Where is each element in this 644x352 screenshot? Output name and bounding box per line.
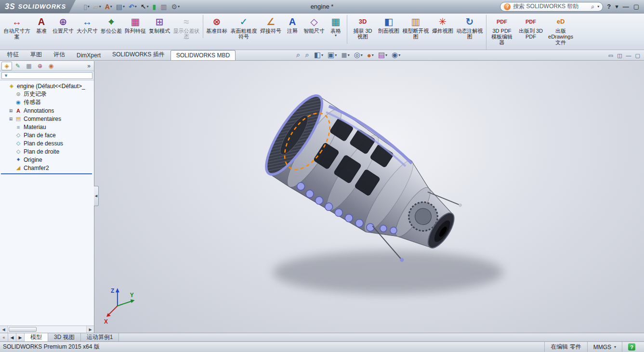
undo-button[interactable]: ↶ ▾	[127, 2, 139, 11]
rollback-bar[interactable]	[1, 173, 92, 174]
location-dimension-button[interactable]: ⊕ 位置尺寸	[51, 15, 75, 38]
file-properties-button[interactable]: ▥	[158, 2, 169, 11]
exploded-view-button[interactable]: ✳ 爆炸视图	[431, 15, 455, 38]
panel-collapse-handle[interactable]: ◀	[94, 186, 99, 206]
pdf-template-editor-button[interactable]: PDF 3D PDF 模板编辑器	[486, 15, 516, 50]
new-document-button[interactable]: ▯ ▾	[81, 2, 92, 11]
panel-tabs-overflow-button[interactable]: »	[85, 63, 92, 69]
dynamic-annotation-view-button[interactable]: ↻ 动态注解视图	[455, 15, 485, 44]
tab-sketch[interactable]: 草图	[25, 49, 48, 60]
apply-scene-button[interactable]: ▤ ▾	[377, 50, 389, 60]
section-view-hud-button[interactable]: ◧ ▾	[313, 50, 325, 60]
restore-window-button[interactable]: ▢	[633, 3, 639, 10]
quick-tips-help-icon[interactable]: ?	[628, 343, 635, 351]
tab-solidworks-mbd[interactable]: SOLIDWORKS MBD	[171, 50, 236, 60]
solidworks-logo[interactable]: 3S SOLIDWORKS	[0, 0, 76, 13]
minimize-window-button[interactable]: —	[623, 3, 629, 10]
tree-item-materiau[interactable]: ≡ Materiau	[0, 123, 94, 131]
view-settings-button[interactable]: ◉ ▾	[390, 50, 402, 60]
dimxpertmanager-tab[interactable]: ⊕	[35, 62, 45, 70]
tree-item-chamfer2[interactable]: ◢ Chamfer2	[0, 164, 94, 172]
tab-scroll-first-button[interactable]: «	[0, 333, 8, 341]
tab-scroll-left-button[interactable]: ◀	[8, 333, 16, 341]
doc-tab-3d-views[interactable]: 3D 视图	[48, 333, 81, 341]
tab-features[interactable]: 特征	[1, 49, 25, 60]
doc-minimize-button[interactable]: —	[626, 52, 631, 59]
tree-item-history[interactable]: ⊙ 历史记录	[0, 90, 94, 98]
tree-item-engine[interactable]: ◈ engine (Défaut<<Défaut>_	[0, 82, 94, 90]
smart-dimension-button[interactable]: ◇ 智能尺寸	[302, 15, 326, 38]
search-box[interactable]: ? 搜索 SOLIDWORKS 帮助 ⌕ ▾	[500, 2, 603, 12]
weld-symbol-button[interactable]: ∠ 焊接符号	[259, 15, 283, 38]
tree-item-sensors[interactable]: ◉ 传感器	[0, 98, 94, 106]
copy-scheme-button[interactable]: ⊞ 复制模式	[147, 15, 171, 38]
tab-dimxpert[interactable]: DimXpert	[71, 50, 106, 60]
expand-toggle-icon[interactable]: ⊞	[9, 108, 13, 113]
weld-symbol-icon: ∠	[266, 15, 275, 28]
engine-model[interactable]	[256, 88, 473, 275]
viewport-3d-scene[interactable]: Z Y X	[94, 61, 644, 333]
tab-evaluate[interactable]: 评估	[48, 49, 71, 60]
zoom-to-area-button[interactable]: ⌕	[303, 50, 311, 60]
hide-show-items-button[interactable]: ◎ ▾	[353, 50, 364, 60]
scrollbar-track[interactable]	[7, 326, 87, 333]
doc-tab-model[interactable]: 模型	[25, 333, 48, 341]
tab-solidworks-addins[interactable]: SOLIDWORKS 插件	[106, 49, 171, 60]
viewport-split-button[interactable]: ◫	[617, 52, 622, 59]
search-input[interactable]: 搜索 SOLIDWORKS 帮助	[513, 2, 589, 11]
tree-item-plan-de-droite[interactable]: ◇ Plan de droite	[0, 147, 94, 156]
view-orientation-button[interactable]: ▣ ▾	[326, 50, 338, 60]
print-button[interactable]: ▤ ▾	[114, 2, 127, 11]
doc-restore-button[interactable]: ▢	[635, 52, 640, 59]
note-button[interactable]: A 注释	[283, 15, 302, 38]
section-view-button[interactable]: ◧ 剖面视图	[377, 15, 401, 38]
tree-item-commentaires[interactable]: ⊞ ▤ Commentaires	[0, 115, 94, 123]
publish-edrawings-button[interactable]: eD 出版 eDrawings 文件	[546, 15, 576, 50]
tree-item-plan-de-face[interactable]: ◇ Plan de face	[0, 131, 94, 139]
surface-finish-button[interactable]: ✓ 表面粗糙度符号	[229, 15, 259, 44]
tree-filter-input[interactable]: ▼	[1, 72, 92, 79]
pattern-feature-icon: ▦	[131, 15, 140, 28]
units-selector[interactable]: MMGS ▾	[587, 342, 622, 352]
table-button[interactable]: ▦ 表格 ▾	[326, 15, 345, 38]
capture-3d-view-button[interactable]: 3D 捕获 3D 视图	[347, 15, 377, 44]
show-tolerance-status-button[interactable]: ≈ 显示公差状态	[171, 15, 201, 44]
propertymanager-tab[interactable]: ✎	[13, 62, 23, 70]
publish-3d-pdf-button[interactable]: PDF 出版到 3D PDF	[516, 15, 546, 44]
model-break-view-button[interactable]: ▥ 模型断开视图	[401, 15, 431, 44]
open-button[interactable]: ▱ ▾	[92, 2, 103, 11]
datum-button[interactable]: A 基准	[32, 15, 51, 38]
configurationmanager-tab[interactable]: ▦	[24, 62, 34, 70]
search-dropdown-icon[interactable]: ▾	[597, 4, 599, 9]
size-dimension-button[interactable]: ↔ 大小尺寸	[75, 15, 99, 38]
pane-split-icon: ◫	[617, 52, 622, 58]
help-button[interactable]: ?	[607, 3, 611, 10]
graphics-viewport[interactable]: Z Y X	[94, 61, 644, 333]
tree-item-annotations[interactable]: ⊞ A Annotations	[0, 106, 94, 115]
datum-target-button[interactable]: ⊗ 基准目标	[203, 15, 229, 38]
displaymanager-tab[interactable]: ◉	[46, 62, 56, 70]
display-style-button[interactable]: ◼ ▾	[340, 50, 351, 60]
panel-horizontal-scrollbar[interactable]: ◀ ▶	[0, 326, 94, 333]
options-button[interactable]: ⚙ ▾	[170, 2, 182, 11]
scroll-right-icon[interactable]: ▶	[87, 327, 94, 332]
auto-dimension-scheme-button[interactable]: ↔ 自动尺寸方案	[2, 15, 32, 44]
save-button[interactable]: A ▾	[103, 2, 114, 11]
tree-item-plan-de-dessus[interactable]: ◇ Plan de dessus	[0, 139, 94, 147]
scroll-left-icon[interactable]: ◀	[0, 327, 7, 332]
edit-appearance-button[interactable]: ● ▾	[366, 51, 375, 60]
select-button[interactable]: ↖ ▾	[139, 2, 151, 11]
tree-item-origine[interactable]: ⌖ Origine	[0, 156, 94, 164]
pattern-feature-button[interactable]: ▦ 阵列特征	[123, 15, 147, 38]
viewport-pane-button[interactable]: ▭	[608, 52, 613, 59]
help-menu-arrow-button[interactable]: ▾	[615, 3, 618, 10]
tab-scroll-right-button[interactable]: ▶	[16, 333, 25, 341]
doc-tab-motion-study[interactable]: 运动算例1	[81, 333, 119, 341]
geometric-tolerance-button[interactable]: ⌖ 形位公差	[99, 15, 123, 38]
rebuild-button[interactable]: ▮	[151, 2, 159, 11]
search-icon[interactable]: ⌕	[591, 3, 594, 11]
scrollbar-thumb[interactable]	[9, 327, 37, 332]
featuremanager-tab[interactable]: ◈	[1, 62, 12, 70]
expand-toggle-icon[interactable]: ⊞	[9, 117, 13, 121]
zoom-to-fit-button[interactable]: ⌕	[295, 50, 302, 60]
